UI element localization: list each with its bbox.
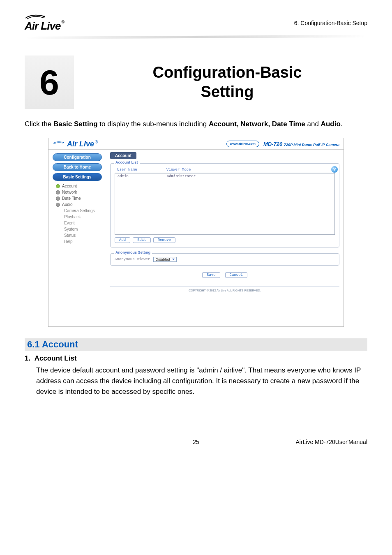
- chapter-title-line1: Configuration-Basic: [152, 64, 302, 81]
- anonymous-viewer-label: Anonymous Viewer: [115, 257, 150, 261]
- sidebar-item-camera-settings[interactable]: Camera Settings: [50, 208, 104, 214]
- chapter-title-line2: Setting: [201, 83, 254, 100]
- sidebar-item-event[interactable]: Event: [50, 220, 104, 226]
- sidebar-item-help[interactable]: Help: [50, 238, 104, 245]
- chapter-title: Configuration-Basic Setting: [87, 63, 367, 102]
- page-number: 25: [131, 439, 261, 445]
- copyright-label: COPYRIGHT © 2012 Air Live ALL RIGHTS RES…: [110, 286, 339, 293]
- page-footer: 25 AirLive MD-720User'Manual: [25, 439, 367, 445]
- account-list-legend: Account List: [114, 160, 140, 164]
- account-header-row: User Name Viewer Mode: [115, 167, 335, 173]
- page-header: Air Live® 6. Configuration-Basic Setup: [0, 0, 392, 32]
- intro-seg2: to display the sub-menus including: [98, 120, 209, 128]
- sidebar-item-configuration[interactable]: Configuration: [53, 153, 102, 161]
- header-divider: [25, 35, 367, 39]
- sidebar: Configuration Back to Home Basic Setting…: [48, 150, 106, 326]
- brand-name: Air Live: [25, 20, 60, 32]
- brand-logo: Air Live®: [25, 12, 64, 32]
- add-button[interactable]: Add: [115, 237, 130, 243]
- account-list-item: 1. Account List The device default accou…: [25, 353, 367, 397]
- cancel-button[interactable]: Cancel: [225, 272, 247, 278]
- screenshot-top-right: www.airlive.com MD-720 720P Mini Dome Po…: [226, 141, 339, 148]
- url-pill[interactable]: www.airlive.com: [226, 141, 259, 147]
- reg-mark: ®: [61, 20, 64, 24]
- col-viewer-mode: Viewer Mode: [164, 167, 335, 173]
- section-heading: 6.1 Account: [25, 338, 367, 351]
- intro-bold1: Basic Setting: [53, 120, 98, 128]
- screenshot-body: Configuration Back to Home Basic Setting…: [48, 150, 344, 326]
- sidebar-label-account: Account: [62, 184, 77, 188]
- main-panel: Account ? Account List User Name Viewer …: [106, 150, 344, 326]
- anonymous-legend: Anonymous Setting: [114, 250, 152, 254]
- screenshot-reg-mark: ®: [95, 140, 98, 144]
- intro-seg4: .: [341, 120, 343, 128]
- cell-mode: Administrator: [164, 173, 334, 179]
- item-title: Account List: [35, 354, 77, 362]
- save-cancel-row: Save Cancel: [110, 272, 339, 278]
- panel-tab-account[interactable]: Account: [110, 152, 136, 159]
- model-sub-label: 720P Mini Dome PoE IP Camera: [284, 143, 339, 147]
- config-screenshot: Air Live® www.airlive.com MD-720 720P Mi…: [48, 138, 344, 327]
- account-buttons: Add Edit Remove: [115, 237, 335, 243]
- table-row[interactable]: admin Administrator: [115, 173, 334, 179]
- footer-manual-label: AirLive MD-720User'Manual: [261, 439, 367, 445]
- brand-text: Air Live®: [25, 20, 64, 32]
- col-user-name: User Name: [115, 167, 164, 173]
- sidebar-item-basic-settings[interactable]: Basic Settings: [53, 173, 102, 181]
- intro-bold2: Account, Network, Date Time: [209, 120, 305, 128]
- sidebar-item-account[interactable]: Account: [50, 183, 104, 189]
- screenshot-brand-name: Air Live: [67, 140, 94, 148]
- sidebar-item-network[interactable]: Network: [50, 189, 104, 195]
- sidebar-item-system[interactable]: System: [50, 226, 104, 232]
- chapter-reference: 6. Configuration-Basic Setup: [294, 12, 367, 26]
- sidebar-item-back-to-home[interactable]: Back to Home: [53, 163, 102, 171]
- intro-bold3: Audio: [321, 120, 341, 128]
- intro-paragraph: Click the Basic Setting to display the s…: [25, 119, 367, 130]
- sidebar-label-audio: Audio: [62, 202, 73, 207]
- item-body: The device default account and password …: [36, 365, 367, 398]
- footer-spacer: [25, 439, 131, 445]
- sidebar-item-status[interactable]: Status: [50, 232, 104, 238]
- remove-button[interactable]: Remove: [153, 237, 175, 243]
- account-table-body[interactable]: admin Administrator: [115, 173, 335, 235]
- intro-seg3: and: [305, 120, 321, 128]
- save-button[interactable]: Save: [202, 272, 220, 278]
- sidebar-label-network: Network: [62, 190, 77, 194]
- item-number: 1.: [25, 354, 30, 362]
- chapter-number-badge: 6: [25, 56, 74, 109]
- account-list-fieldset: Account List User Name Viewer Mode admin…: [110, 163, 339, 247]
- screenshot-top-bar: Air Live® www.airlive.com MD-720 720P Mi…: [48, 138, 344, 150]
- intro-seg1: Click the: [25, 120, 53, 128]
- sidebar-item-playback[interactable]: Playback: [50, 214, 104, 220]
- chapter-heading-block: 6 Configuration-Basic Setting: [25, 56, 367, 109]
- cell-user: admin: [115, 173, 164, 179]
- edit-button[interactable]: Edit: [133, 237, 151, 243]
- sidebar-item-audio[interactable]: Audio: [50, 201, 104, 208]
- screenshot-brand-logo: Air Live®: [53, 140, 98, 148]
- anonymous-setting-fieldset: Anonymous Setting Anonymous Viewer Disab…: [110, 253, 339, 266]
- anonymous-viewer-select[interactable]: Disabled: [153, 257, 177, 262]
- sidebar-label-date-time: Date Time: [62, 196, 81, 201]
- sidebar-item-date-time[interactable]: Date Time: [50, 195, 104, 201]
- model-label: MD-720: [263, 141, 282, 147]
